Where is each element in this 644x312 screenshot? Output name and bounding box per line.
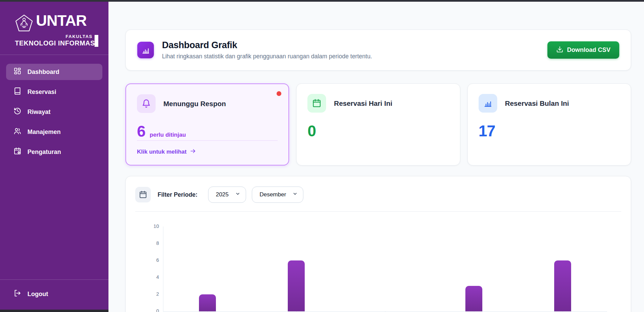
untar-logo: UNTAR FAKULTAS TEKNOLOGI INFORMASI	[0, 0, 108, 55]
main-content: Dashboard Grafik Lihat ringkasan statist…	[108, 0, 644, 312]
page-header-card: Dashboard Grafik Lihat ringkasan statist…	[125, 30, 631, 71]
calendar-gear-icon	[14, 147, 21, 157]
stat-title: Menunggu Respon	[163, 100, 226, 108]
view-pending-link[interactable]: Klik untuk melihat	[137, 148, 278, 156]
calendar-check-icon	[307, 94, 326, 113]
download-icon	[556, 46, 563, 55]
stat-title: Reservasi Hari Ini	[334, 99, 392, 108]
stat-value: 17	[479, 122, 495, 140]
page-subtitle: Lihat ringkasan statistik dan grafik pen…	[162, 53, 372, 60]
untar-emblem-icon	[15, 14, 33, 33]
logout-button[interactable]: Logout	[6, 286, 102, 302]
logout-label: Logout	[27, 291, 48, 298]
year-select[interactable]: 2025	[208, 187, 246, 203]
stats-row: Menunggu Respon 6 perlu ditinjau Klik un…	[125, 83, 631, 165]
brand-text: UNTAR	[36, 14, 86, 28]
y-axis-tick-label: 6	[140, 257, 159, 263]
chart-bar	[465, 286, 482, 311]
sidebar-item-dashboard[interactable]: Dashboard	[6, 64, 102, 80]
sidebar-item-label: Pengaturan	[27, 149, 61, 156]
sidebar-item-reservasi[interactable]: Reservasi	[6, 84, 102, 100]
bell-icon	[137, 94, 156, 113]
sidebar-nav: Dashboard Reservasi Riwayat	[0, 55, 108, 160]
window-top-edge	[0, 0, 644, 2]
alert-dot	[277, 91, 281, 96]
sidebar-item-manajemen[interactable]: Manajemen	[6, 124, 102, 140]
month-select-value: Desember	[260, 191, 286, 198]
window-bottom-edge	[0, 310, 108, 312]
download-csv-button[interactable]: Download CSV	[547, 41, 619, 59]
stat-card-menunggu-respon[interactable]: Menunggu Respon 6 perlu ditinjau Klik un…	[125, 83, 289, 165]
chevron-down-icon	[293, 191, 298, 198]
sidebar-item-riwayat[interactable]: Riwayat	[6, 104, 102, 120]
chart-bar	[199, 294, 216, 311]
chart-bar	[554, 260, 571, 311]
sidebar-item-label: Manajemen	[27, 129, 61, 136]
month-select[interactable]: Desember	[252, 187, 303, 203]
history-icon	[14, 107, 21, 117]
sidebar: UNTAR FAKULTAS TEKNOLOGI INFORMASI Dashb…	[0, 0, 108, 312]
arrow-right-icon	[190, 148, 196, 156]
sidebar-item-pengaturan[interactable]: Pengaturan	[6, 144, 102, 160]
chevron-down-icon	[235, 191, 240, 198]
logo-accent-bar	[95, 35, 98, 47]
stat-card-reservasi-hari-ini: Reservasi Hari Ini 0	[296, 83, 460, 165]
stat-value: 0	[307, 122, 316, 140]
y-axis-tick-label: 10	[140, 223, 159, 229]
logo-fakultas-text: FAKULTAS	[15, 34, 93, 39]
stat-caption: perlu ditinjau	[150, 132, 186, 138]
sidebar-item-label: Dashboard	[27, 69, 59, 76]
stat-title: Reservasi Bulan Ini	[505, 99, 569, 108]
filter-row: Filter Periode: 2025 Desember	[135, 187, 621, 203]
chart-card: Filter Periode: 2025 Desember 02468	[125, 176, 631, 312]
view-pending-label: Klik untuk melihat	[137, 149, 186, 155]
download-csv-label: Download CSV	[567, 46, 610, 54]
y-axis-tick-label: 0	[140, 308, 159, 312]
bar-chart: 0246810	[135, 212, 621, 312]
dashboard-grid-icon	[14, 67, 21, 77]
sidebar-item-label: Riwayat	[27, 109, 51, 116]
stat-card-reservasi-bulan-ini: Reservasi Bulan Ini 17	[467, 83, 631, 165]
filter-label: Filter Periode:	[158, 191, 198, 198]
logout-icon	[14, 289, 21, 299]
y-axis-tick-label: 2	[140, 291, 159, 297]
page-title: Dashboard Grafik	[162, 40, 372, 51]
users-icon	[14, 127, 21, 137]
book-icon	[14, 87, 21, 97]
y-axis-tick-label: 4	[140, 274, 159, 280]
chart-bar	[288, 260, 305, 311]
bar-chart-icon	[479, 94, 497, 113]
y-axis-tick-label: 8	[140, 240, 159, 246]
chart-app-icon	[137, 42, 154, 58]
sidebar-item-label: Reservasi	[27, 89, 56, 96]
stat-value: 6	[137, 122, 145, 140]
year-select-value: 2025	[216, 191, 229, 198]
y-axis-line	[163, 227, 163, 312]
logo-teknologi-text: TEKNOLOGI INFORMASI	[15, 39, 93, 47]
calendar-icon	[135, 187, 151, 202]
